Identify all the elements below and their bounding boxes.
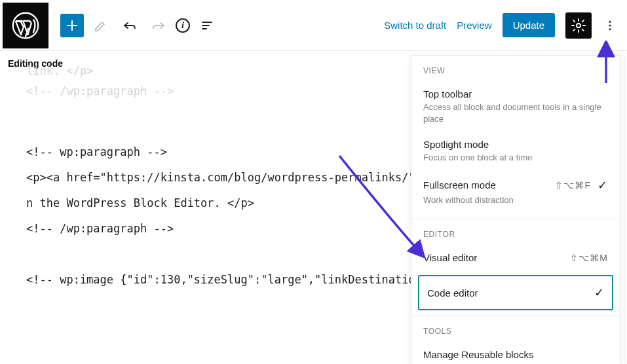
check-icon: ✓ bbox=[594, 285, 604, 300]
panel-item-top-toolbar[interactable]: Top toolbar Access all block and documen… bbox=[411, 82, 620, 132]
scrollbar[interactable] bbox=[623, 55, 626, 363]
panel-item-title: Code editor bbox=[427, 287, 478, 299]
vertical-dots-icon bbox=[603, 19, 617, 32]
redo-icon bbox=[151, 18, 166, 33]
add-block-button[interactable] bbox=[60, 14, 84, 37]
options-panel: VIEW Top toolbar Access all block and do… bbox=[411, 55, 620, 364]
panel-item-title: Top toolbar bbox=[423, 88, 472, 100]
gear-icon bbox=[571, 18, 586, 33]
toolbar-tools: i bbox=[48, 14, 219, 37]
more-options-button[interactable] bbox=[602, 14, 618, 37]
undo-button[interactable] bbox=[118, 14, 142, 37]
preview-link[interactable]: Preview bbox=[457, 20, 491, 31]
faded-code: link. </p> <!-- /wp:paragraph --> bbox=[26, 61, 174, 101]
update-button[interactable]: Update bbox=[503, 13, 555, 37]
panel-item-shortcut: ⇧⌥⌘F ✓ bbox=[555, 178, 608, 192]
settings-button[interactable] bbox=[565, 12, 592, 39]
check-icon: ✓ bbox=[598, 178, 608, 192]
svg-point-2 bbox=[609, 20, 611, 22]
top-toolbar: i Switch to draft Preview Update bbox=[0, 0, 627, 51]
wordpress-logo[interactable] bbox=[3, 3, 48, 48]
panel-item-desc: Focus on one block at a time bbox=[423, 152, 608, 164]
panel-item-code-editor[interactable]: Code editor ✓ bbox=[418, 275, 613, 310]
plus-icon bbox=[64, 18, 80, 33]
toolbar-right: Switch to draft Preview Update bbox=[384, 12, 618, 39]
edit-mode-button bbox=[89, 14, 113, 37]
panel-item-title: Manage Reusable blocks bbox=[423, 349, 533, 360]
panel-tools-label: TOOLS bbox=[411, 316, 620, 342]
panel-item-title: Fullscreen mode bbox=[423, 179, 496, 191]
pencil-icon bbox=[93, 18, 109, 33]
redo-button bbox=[147, 14, 170, 37]
panel-item-title: Spotlight mode bbox=[423, 139, 489, 150]
svg-point-4 bbox=[609, 28, 611, 30]
switch-to-draft-link[interactable]: Switch to draft bbox=[384, 20, 446, 31]
list-icon bbox=[199, 18, 215, 33]
info-button[interactable]: i bbox=[176, 18, 190, 33]
panel-editor-label: EDITOR bbox=[411, 219, 620, 246]
svg-point-1 bbox=[577, 24, 580, 27]
panel-view-label: VIEW bbox=[411, 56, 620, 82]
wordpress-icon bbox=[12, 12, 39, 39]
panel-item-desc: Work without distraction bbox=[423, 194, 608, 206]
undo-icon bbox=[122, 18, 138, 33]
panel-item-visual-editor[interactable]: Visual editor ⇧⌥⌘M bbox=[411, 246, 620, 271]
svg-point-3 bbox=[609, 24, 611, 26]
panel-item-reusable-blocks[interactable]: Manage Reusable blocks bbox=[411, 342, 620, 364]
panel-item-shortcut: ⇧⌥⌘M bbox=[570, 253, 608, 263]
panel-item-desc: Access all block and document tools in a… bbox=[423, 101, 608, 124]
panel-item-spotlight[interactable]: Spotlight mode Focus on one block at a t… bbox=[411, 132, 620, 172]
outline-button[interactable] bbox=[195, 14, 219, 37]
panel-item-title: Visual editor bbox=[423, 252, 477, 263]
panel-item-fullscreen[interactable]: Fullscreen mode ⇧⌥⌘F ✓ Work without dist… bbox=[411, 172, 620, 214]
